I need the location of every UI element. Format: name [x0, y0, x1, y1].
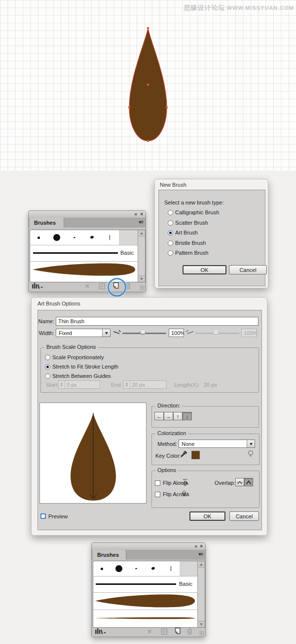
tab-brushes[interactable]: Brushes [93, 550, 126, 560]
colorization-group: Colorization Method: None Key Color: [151, 434, 259, 465]
radio-stretch-between-guides[interactable] [45, 373, 50, 379]
radio-scale-proportionately-label[interactable]: Scale Proportionately [52, 354, 104, 360]
close-icon[interactable]: × [200, 543, 203, 549]
scroll-up-icon[interactable] [198, 561, 205, 568]
resize-grip[interactable] [199, 631, 204, 636]
brush-item-basic[interactable]: Basic [30, 245, 138, 261]
brush-item-vertical-line[interactable] [101, 230, 119, 245]
radio-stretch-to-fit[interactable] [45, 364, 50, 370]
radio-scatter-brush[interactable] [168, 220, 173, 226]
method-dropdown[interactable]: None [179, 440, 255, 448]
radio-bristle-brush-label[interactable]: Bristle Brush [175, 240, 206, 246]
brush-libraries-icon[interactable] [32, 282, 43, 290]
brush-preview-shape [70, 412, 117, 502]
brush-item-vertical-line[interactable] [162, 561, 180, 576]
overlap-adjust-button[interactable] [244, 478, 253, 486]
tab-brushes[interactable]: Brushes [30, 218, 64, 228]
overlap-label: Overlap: [215, 480, 235, 486]
brush-item-thin-brush[interactable] [93, 610, 197, 627]
radio-stretch-to-fit-label[interactable]: Stretch to Fit Stroke Length [52, 364, 118, 370]
brush-item-dot-tiny[interactable] [128, 561, 146, 576]
brush-list: Basic [30, 230, 146, 282]
radio-calligraphic-brush-label[interactable]: Calligraphic Brush [175, 209, 219, 215]
preview-checkbox[interactable] [40, 513, 46, 519]
flip-along-checkbox[interactable] [155, 480, 160, 486]
direction-up-button[interactable]: ↑ [173, 412, 183, 420]
key-color-swatch[interactable] [191, 451, 200, 459]
direction-down-button[interactable]: ↓ [183, 412, 192, 420]
cancel-button[interactable]: Cancel [229, 511, 259, 521]
remove-brush-stroke-icon[interactable]: ✕ [85, 283, 90, 290]
brush-item-dot-large[interactable] [111, 561, 128, 576]
ok-button[interactable]: OK [183, 265, 226, 274]
panel-menu-icon[interactable]: ▾≡ [139, 219, 143, 225]
dialog-title: New Brush [160, 182, 186, 188]
basic-stroke-preview [96, 583, 176, 585]
overlap-none-button[interactable] [235, 478, 244, 486]
artboard-teardrop-shape[interactable] [117, 24, 179, 144]
radio-stretch-between-guides-label[interactable]: Stretch Between Guides [52, 373, 111, 379]
brush-item-dot-small[interactable] [30, 230, 48, 245]
scroll-up-icon[interactable] [138, 230, 145, 237]
variation-slider-thumb [213, 330, 219, 335]
basic-label: Basic [179, 581, 192, 587]
width-label: Width: [38, 330, 54, 336]
delete-brush-icon[interactable] [186, 628, 193, 635]
dot-icon [101, 568, 103, 570]
brush-item-dot-large[interactable] [48, 230, 66, 245]
line-icon [171, 566, 171, 571]
dialog-body: Name: Thin Brush Width: Fixed 100% 100% [37, 310, 262, 530]
highlight-circle-annotation [108, 278, 126, 297]
resize-grip[interactable] [140, 285, 145, 290]
scrollbar[interactable] [197, 561, 205, 627]
new-brush-icon[interactable] [174, 627, 181, 635]
brush-item-art-brush[interactable] [30, 261, 138, 278]
close-icon[interactable]: × [140, 211, 143, 217]
brush-item-dot-small[interactable] [93, 561, 111, 576]
preview-label[interactable]: Preview [48, 513, 68, 519]
brush-item-basic[interactable]: Basic [93, 576, 197, 592]
name-input[interactable]: Thin Brush [56, 317, 259, 326]
direction-right-button[interactable]: → [164, 412, 173, 420]
radio-scatter-brush-label[interactable]: Scatter Brush [175, 220, 208, 226]
eyedropper-icon[interactable] [180, 451, 187, 458]
panel-menu-icon[interactable]: ▾≡ [198, 551, 203, 557]
flip-across-icon [180, 490, 188, 497]
collapse-icon[interactable]: « [194, 543, 197, 549]
width-method-dropdown[interactable]: Fixed [56, 329, 111, 337]
direction-left-button[interactable]: ← [154, 412, 164, 420]
brush-options-icon[interactable] [99, 283, 106, 290]
radio-bristle-brush[interactable] [168, 240, 173, 246]
end-stepper: 20 px [123, 380, 167, 389]
length-label: Length(X): [174, 382, 199, 388]
brush-item-dot-oval[interactable] [145, 561, 163, 576]
flip-across-checkbox[interactable] [155, 492, 160, 497]
radio-art-brush[interactable] [168, 230, 173, 236]
radio-calligraphic-brush[interactable] [168, 210, 173, 215]
brush-item-dot-oval[interactable] [83, 230, 102, 245]
radio-scale-proportionately[interactable] [45, 355, 50, 360]
width-slider-thumb[interactable] [140, 330, 146, 335]
collapse-icon[interactable]: « [134, 211, 137, 217]
panel-toolbar: ✕ [29, 281, 146, 292]
radio-pattern-brush[interactable] [168, 250, 173, 256]
dot-icon [90, 236, 94, 239]
radio-pattern-brush-label[interactable]: Pattern Brush [175, 250, 208, 256]
method-label: Method: [156, 441, 177, 447]
brush-item-art-brush[interactable] [93, 592, 197, 610]
dialog-title: Art Brush Options [37, 301, 80, 306]
width-value-box[interactable]: 100% [169, 329, 184, 337]
dialog-body: Select a new brush type: Calligraphic Br… [158, 190, 265, 286]
brush-item-dot-tiny[interactable] [66, 230, 84, 245]
watermark-en: WWW.MISSYUAN.COM [227, 5, 294, 11]
scrollbar[interactable] [138, 230, 145, 282]
ok-button[interactable]: OK [189, 511, 225, 521]
lightbulb-icon[interactable] [248, 450, 254, 458]
dot-icon [53, 234, 60, 241]
brush-options-icon[interactable] [161, 628, 168, 635]
radio-art-brush-label[interactable]: Art Brush [175, 230, 198, 236]
brush-libraries-icon[interactable] [95, 628, 107, 636]
remove-brush-stroke-icon[interactable]: ✕ [147, 628, 152, 635]
start-label: Start: [46, 382, 59, 388]
cancel-button[interactable]: Cancel [229, 265, 267, 274]
